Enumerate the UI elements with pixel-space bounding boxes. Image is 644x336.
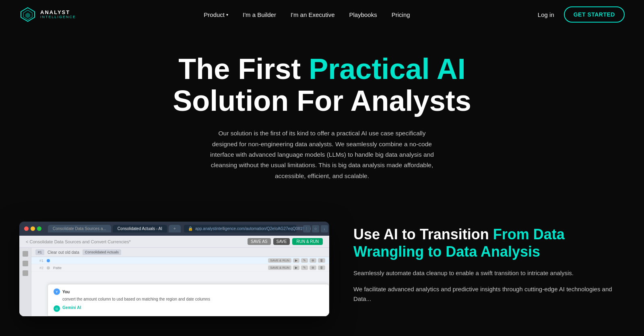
chat-message-text: convert the amount column to usd based o… xyxy=(62,297,323,302)
ai-label: Gemini AI xyxy=(62,305,81,310)
sidebar-icon-2 xyxy=(23,261,28,266)
hero-title-prefix: The First xyxy=(178,53,309,85)
row-dot-1 xyxy=(47,259,50,262)
browser-ctrl-3[interactable]: ↓ xyxy=(321,225,328,232)
back-nav[interactable]: < Consolidate Data Sources and Convert C… xyxy=(26,239,131,244)
dot-yellow xyxy=(31,226,35,231)
data-row-2: #2 Patte SAVE & RUN ▶ ✎ ⊕ 🗑 xyxy=(31,264,329,272)
browser-ctrl-2[interactable]: ☆ xyxy=(312,225,319,232)
browser-tab-new[interactable]: + xyxy=(169,225,181,232)
get-started-button[interactable]: GET STARTED xyxy=(564,6,625,23)
toolbar-actions: SAVE AS SAVE RUN & RUN xyxy=(248,238,323,245)
logo-text: ANALYST INTELLIGENCE xyxy=(40,10,76,19)
chat-user-message: Y You convert the amount column to usd b… xyxy=(54,288,323,302)
app-toolbar: < Consolidate Data Sources and Convert C… xyxy=(19,236,329,248)
data-rows: #1 SAVE & RUN ▶ ✎ ⊕ 🗑 xyxy=(31,257,329,272)
browser-ctrl-1[interactable]: ⋮ xyxy=(303,225,310,232)
browser-address-bar[interactable]: 🔒 app.analystintelligence.com/automation… xyxy=(184,225,297,232)
user-icon: Y xyxy=(54,288,60,295)
nav-executive[interactable]: I'm an Executive xyxy=(291,11,335,18)
clear-label: Clear out old data xyxy=(47,250,79,255)
hero-title-suffix: Solution For Analysts xyxy=(173,85,471,117)
row2-btn-3[interactable]: ✎ xyxy=(301,265,308,270)
section-description-2: We facilitate advanced analytics and pre… xyxy=(353,284,625,304)
product-chevron-icon: ▾ xyxy=(226,12,228,17)
navbar: ANALYST INTELLIGENCE Product ▾ I'm a Bui… xyxy=(0,0,644,29)
browser-chrome: Consolidate Data Sources a... Consolidat… xyxy=(19,222,329,236)
row2-btn-5[interactable]: 🗑 xyxy=(318,265,325,270)
app-sidebar xyxy=(19,248,31,316)
data-row-1: #1 SAVE & RUN ▶ ✎ ⊕ 🗑 xyxy=(31,257,329,264)
nav-actions: Log in GET STARTED xyxy=(538,6,625,23)
consolidated-label: Consolidated Actuals xyxy=(83,249,121,255)
nav-playbooks[interactable]: Playbooks xyxy=(349,11,377,18)
row2-btn-4[interactable]: ⊕ xyxy=(310,265,316,270)
row-actions-1: SAVE & RUN ▶ ✎ ⊕ 🗑 xyxy=(268,258,325,263)
app-content-area: < Consolidate Data Sources and Convert C… xyxy=(19,236,329,316)
nav-product[interactable]: Product ▾ xyxy=(204,11,228,18)
browser-tab-2[interactable]: Consolidated Actuals - AI xyxy=(113,225,167,232)
app-screenshot: Consolidate Data Sources a... Consolidat… xyxy=(19,222,329,316)
logo-main: ANALYST xyxy=(40,10,76,15)
svg-marker-2 xyxy=(25,12,30,18)
row-dot-2 xyxy=(47,266,50,270)
run-button[interactable]: RUN & RUN xyxy=(292,238,323,245)
hero-title-accent: Practical AI xyxy=(309,53,466,85)
row-btn-4[interactable]: ⊕ xyxy=(310,258,316,263)
hero-description: Our solution is the first of its kind to… xyxy=(209,128,435,181)
hero-title: The First Practical AI Solution For Anal… xyxy=(173,53,471,117)
address-text: app.analystintelligence.com/automation/Q… xyxy=(195,226,311,231)
logo-sub: INTELLIGENCE xyxy=(40,15,76,19)
row-btn-3[interactable]: ✎ xyxy=(301,258,308,263)
nav-pricing[interactable]: Pricing xyxy=(392,11,410,18)
dot-green xyxy=(37,226,41,231)
bottom-section: Consolidate Data Sources a... Consolidat… xyxy=(0,222,644,316)
chat-panel: Y You convert the amount column to usd b… xyxy=(47,284,329,316)
browser-controls: ⋮ ☆ ↓ ⊕ ☰ xyxy=(303,225,329,232)
browser-dots xyxy=(24,226,41,231)
logo[interactable]: ANALYST INTELLIGENCE xyxy=(19,6,76,23)
dot-red xyxy=(24,226,29,231)
logo-icon xyxy=(19,6,36,23)
row-btn-1[interactable]: SAVE & RUN xyxy=(268,258,291,263)
app-main: #1 Clear out old data Consolidated Actua… xyxy=(19,248,329,316)
browser-tab-1[interactable]: Consolidate Data Sources a... xyxy=(48,225,111,232)
right-content: Use AI to Transition From Data Wrangling… xyxy=(353,222,625,304)
login-link[interactable]: Log in xyxy=(538,11,554,18)
data-toolbar: #1 Clear out old data Consolidated Actua… xyxy=(31,248,329,257)
row2-btn-1[interactable]: SAVE & RUN xyxy=(268,265,291,270)
ai-icon: G xyxy=(54,305,60,312)
app-data-area: #1 Clear out old data Consolidated Actua… xyxy=(31,248,329,316)
chat-ai-response: G Gemini AI xyxy=(54,305,323,312)
nav-builder[interactable]: I'm a Builder xyxy=(243,11,276,18)
hero-section: The First Practical AI Solution For Anal… xyxy=(0,29,644,214)
sidebar-icon-1 xyxy=(23,251,28,257)
save-as-button[interactable]: SAVE AS xyxy=(248,238,271,245)
nav-links: Product ▾ I'm a Builder I'm an Executive… xyxy=(204,11,410,18)
section-title: Use AI to Transition From Data Wrangling… xyxy=(353,226,625,260)
row-actions-2: SAVE & RUN ▶ ✎ ⊕ 🗑 xyxy=(268,265,325,270)
lock-icon: 🔒 xyxy=(188,226,193,231)
row-btn-5[interactable]: 🗑 xyxy=(318,258,325,263)
row2-btn-2[interactable]: ▶ xyxy=(293,265,299,270)
data-tag-1: #1 xyxy=(35,249,44,255)
section-title-prefix: Use AI to Transition xyxy=(353,226,493,243)
sidebar-icon-3 xyxy=(23,270,28,276)
chat-sender: Y You xyxy=(54,288,323,295)
save-button[interactable]: SAVE xyxy=(273,238,290,245)
browser-tabs: Consolidate Data Sources a... Consolidat… xyxy=(48,225,181,232)
row-btn-2[interactable]: ▶ xyxy=(293,258,299,263)
section-description-1: Seamlessly automate data cleanup to enab… xyxy=(353,268,625,278)
